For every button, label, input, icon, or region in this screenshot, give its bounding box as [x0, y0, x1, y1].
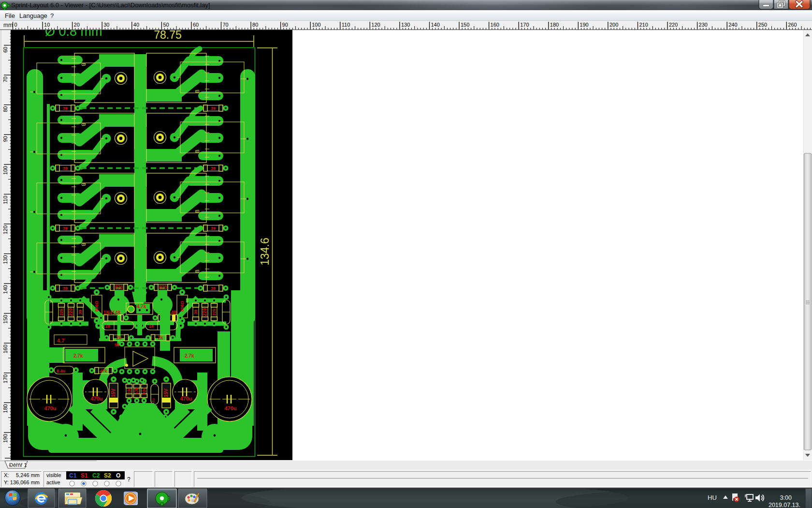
svg-text:134.6: 134.6 [259, 238, 271, 266]
svg-text:110: 110 [342, 22, 350, 28]
svg-text:60: 60 [2, 47, 8, 53]
svg-text:80: 80 [2, 106, 8, 112]
svg-text:470u: 470u [224, 405, 236, 411]
svg-text:4.7k: 4.7k [137, 304, 146, 309]
svg-text:160: 160 [491, 22, 499, 28]
svg-text:90: 90 [2, 136, 8, 142]
svg-text:470u: 470u [180, 396, 192, 402]
svg-text:0: 0 [14, 22, 17, 28]
svg-text:39: 39 [211, 166, 216, 171]
svg-text:22k: 22k [59, 308, 64, 316]
svg-text:39: 39 [63, 166, 68, 171]
svg-text:40: 40 [133, 22, 139, 28]
svg-text:120: 120 [371, 22, 380, 28]
svg-text:200: 200 [609, 22, 618, 28]
svg-text:39: 39 [63, 226, 68, 231]
svg-text:2.7k: 2.7k [185, 353, 194, 359]
svg-text:110: 110 [2, 195, 8, 204]
svg-text:S2: S2 [104, 472, 111, 479]
svg-text:80: 80 [252, 22, 258, 28]
svg-text:78.75: 78.75 [154, 30, 182, 41]
svg-text:O: O [116, 472, 120, 479]
svg-text:2k: 2k [116, 335, 122, 341]
svg-text:15V: 15V [163, 388, 169, 397]
svg-text:1e: 1e [105, 324, 110, 329]
svg-text:70: 70 [2, 76, 8, 82]
svg-text:190: 190 [2, 434, 8, 443]
svg-text:S1: S1 [81, 472, 88, 479]
svg-text:100: 100 [2, 166, 8, 175]
svg-text:140: 140 [2, 285, 8, 294]
svg-text:120: 120 [2, 225, 8, 234]
svg-text:3:00: 3:00 [780, 494, 792, 501]
svg-text:220: 220 [669, 22, 678, 28]
svg-text:47k: 47k [134, 387, 139, 395]
svg-text:39: 39 [211, 106, 216, 111]
svg-text:2.7k: 2.7k [73, 353, 83, 359]
svg-text:470u: 470u [90, 396, 102, 402]
svg-text:0.4u: 0.4u [57, 369, 65, 374]
svg-text:39: 39 [211, 286, 216, 291]
svg-text:C1: C1 [69, 472, 77, 479]
svg-text:150: 150 [461, 22, 469, 28]
svg-text:C2: C2 [92, 472, 100, 479]
svg-text:4.7: 4.7 [57, 338, 64, 344]
svg-text:250: 250 [758, 22, 767, 28]
svg-text:39: 39 [193, 310, 198, 314]
svg-text:2k: 2k [158, 335, 163, 341]
svg-text:140: 140 [431, 22, 440, 28]
svg-text:260: 260 [788, 22, 797, 28]
svg-text:39: 39 [63, 286, 68, 291]
svg-text:Ø 0.8 mm: Ø 0.8 mm [45, 30, 102, 39]
svg-text:30: 30 [103, 22, 109, 28]
svg-text:50: 50 [163, 22, 169, 28]
svg-text:HU: HU [708, 494, 717, 501]
svg-text:220: 220 [202, 308, 207, 316]
svg-text:20: 20 [74, 22, 80, 28]
svg-text:1e: 1e [149, 324, 154, 329]
svg-text:22k: 22k [212, 308, 217, 316]
svg-text:15V: 15V [111, 388, 116, 397]
svg-text:39: 39 [78, 310, 83, 314]
svg-text:10: 10 [44, 22, 50, 28]
svg-text:800Ω: 800Ω [180, 301, 185, 312]
svg-text:820: 820 [115, 285, 123, 290]
svg-text:60: 60 [193, 22, 199, 28]
svg-text:210: 210 [639, 22, 648, 28]
svg-text:70: 70 [223, 22, 229, 28]
svg-text:47k: 47k [100, 369, 107, 374]
svg-text:180: 180 [550, 22, 559, 28]
svg-text:240: 240 [728, 22, 737, 28]
svg-text:39: 39 [211, 226, 216, 231]
svg-text:100: 100 [312, 22, 320, 28]
svg-text:90: 90 [282, 22, 288, 28]
svg-text:39: 39 [63, 106, 68, 111]
svg-text:58: 58 [115, 343, 119, 347]
svg-text:130: 130 [2, 255, 8, 264]
svg-text:230: 230 [699, 22, 708, 28]
svg-text:220: 220 [68, 308, 73, 316]
svg-text:130: 130 [401, 22, 410, 28]
svg-text:180: 180 [2, 404, 8, 413]
svg-text:1k: 1k [127, 388, 131, 393]
svg-text:470u: 470u [44, 405, 56, 411]
svg-text:82e: 82e [142, 387, 146, 394]
svg-text:820: 820 [159, 285, 167, 290]
svg-text:170: 170 [2, 374, 8, 383]
svg-text:1N4148: 1N4148 [103, 310, 120, 315]
svg-text:150: 150 [2, 315, 8, 324]
svg-text:800Ω: 800Ω [94, 301, 99, 312]
svg-text:160: 160 [2, 344, 8, 353]
svg-text:mm: mm [3, 22, 13, 29]
svg-text:2019.07.13.: 2019.07.13. [768, 502, 800, 508]
svg-text:190: 190 [580, 22, 588, 28]
svg-text:4u: 4u [151, 398, 156, 403]
svg-text:170: 170 [520, 22, 529, 28]
svg-text:Đěřňř 1: Đěřňř 1 [9, 462, 27, 468]
